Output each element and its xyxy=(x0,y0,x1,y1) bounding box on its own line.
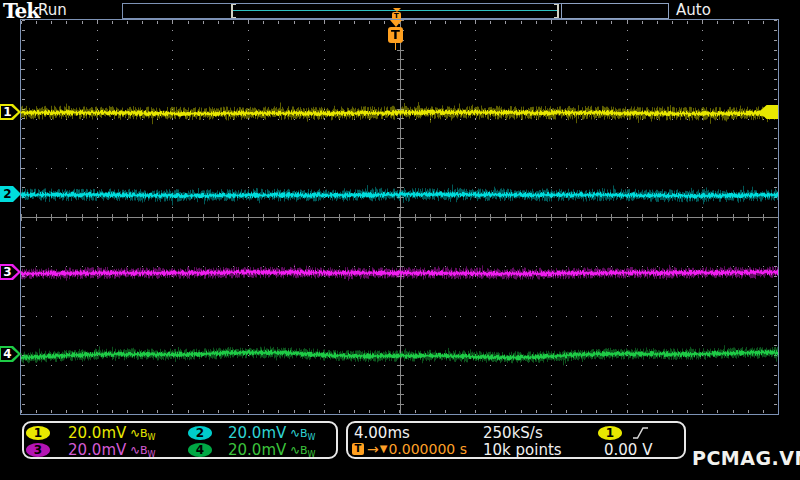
trigger-arrow-icon xyxy=(390,20,402,27)
channel-2-position-marker: 2 xyxy=(0,186,21,202)
rising-edge-icon xyxy=(632,426,649,440)
arrow-icon: → xyxy=(367,442,379,456)
trigger-stem xyxy=(395,43,396,50)
graticule xyxy=(20,19,779,415)
channel-1-badge: 1 xyxy=(26,426,50,440)
ac-coupling-icon: ∿ xyxy=(130,443,140,457)
channel-3-marker-label: 3 xyxy=(0,264,15,280)
channel-3-badge: 3 xyxy=(26,443,50,457)
waveform-canvas xyxy=(21,20,778,414)
bandwidth-limit-icon: BW xyxy=(300,444,315,457)
watermark: PCMAG.VN xyxy=(692,447,800,469)
channel-4-scale: 20.0mV xyxy=(228,443,286,458)
bandwidth-limit-icon: BW xyxy=(300,427,315,440)
acquisition-status: Run xyxy=(38,1,67,19)
trigger-mode-status: Auto xyxy=(676,1,711,19)
ac-coupling-icon: ∿ xyxy=(130,426,140,440)
channel-4-marker-label: 4 xyxy=(0,346,15,362)
trigger-t-icon: T xyxy=(388,27,403,43)
channel-3-position-marker: 3 xyxy=(0,264,21,280)
record-view-bar: T xyxy=(122,3,562,19)
channel-4-position-marker: 4 xyxy=(0,346,21,362)
channel-3-coupling-icons: ∿BW xyxy=(130,444,156,461)
trigger-source-badge: 1 xyxy=(598,426,622,440)
ac-coupling-icon: ∿ xyxy=(290,426,300,440)
sample-rate: 250kS/s xyxy=(483,426,543,441)
channel-1-coupling-icons: ∿BW xyxy=(130,427,156,444)
trigger-position-marker: T xyxy=(388,20,403,50)
trigger-level-readout: 0.00 V xyxy=(604,443,652,458)
channel-1-marker-label: 1 xyxy=(0,104,15,120)
channel-4-badge: 4 xyxy=(188,443,212,457)
channel-4-coupling-icons: ∿BW xyxy=(290,444,316,461)
position-marker-icon: ▼ xyxy=(380,442,388,456)
channel-2-scale: 20.0mV xyxy=(228,426,286,441)
channel-2-marker-label: 2 xyxy=(0,186,15,202)
oscilloscope-screen: Tek Run T Auto T 1 2 3 4 1 xyxy=(0,0,800,480)
channel-2-badge: 2 xyxy=(188,426,212,440)
record-window-bracket-left xyxy=(231,4,233,18)
channel-readouts: 1 20.0mV ∿BW 2 20.0mV ∿BW 3 20.0mV ∿BW 4… xyxy=(22,421,338,459)
trigger-position-readout: T→▼0.000000 s xyxy=(352,442,467,456)
channel-3-scale: 20.0mV xyxy=(68,443,126,458)
channel-1-position-marker: 1 xyxy=(0,104,21,120)
ac-coupling-icon: ∿ xyxy=(290,443,300,457)
bandwidth-limit-icon: BW xyxy=(140,444,155,457)
message-box xyxy=(561,3,669,19)
bandwidth-limit-icon: BW xyxy=(140,427,155,440)
trigger-t-icon: T xyxy=(352,443,364,455)
record-length: 10k points xyxy=(483,443,562,458)
horizontal-trigger-readouts: 4.00ms 250kS/s 1 T→▼0.000000 s 10k point… xyxy=(346,421,686,459)
record-window-bracket-right xyxy=(557,4,559,18)
channel-2-coupling-icons: ∿BW xyxy=(290,427,316,444)
channel-1-scale: 20.0mV xyxy=(68,426,126,441)
horizontal-scale: 4.00ms xyxy=(354,426,410,441)
